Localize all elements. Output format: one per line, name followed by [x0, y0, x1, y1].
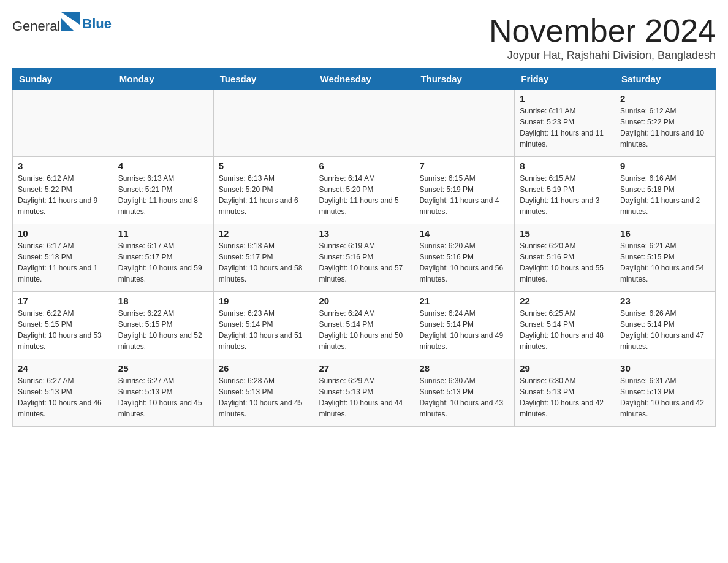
day-number: 4	[118, 161, 208, 171]
day-info: Sunrise: 6:20 AMSunset: 5:16 PMDaylight:…	[520, 242, 604, 283]
calendar-cell: 7 Sunrise: 6:15 AMSunset: 5:19 PMDayligh…	[414, 157, 515, 224]
svg-marker-1	[61, 18, 74, 31]
calendar-header-row: Sunday Monday Tuesday Wednesday Thursday…	[13, 69, 716, 90]
day-number: 21	[419, 296, 509, 306]
day-info: Sunrise: 6:27 AMSunset: 5:13 PMDaylight:…	[118, 377, 202, 418]
calendar-cell: 18 Sunrise: 6:22 AMSunset: 5:15 PMDaylig…	[113, 292, 213, 359]
day-info: Sunrise: 6:30 AMSunset: 5:13 PMDaylight:…	[520, 377, 604, 418]
col-friday: Friday	[515, 69, 615, 90]
day-info: Sunrise: 6:16 AMSunset: 5:18 PMDaylight:…	[620, 174, 700, 216]
location-text: Joypur Hat, Rajshahi Division, Banglades…	[489, 49, 716, 62]
day-number: 28	[419, 363, 509, 373]
calendar-cell: 9 Sunrise: 6:16 AMSunset: 5:18 PMDayligh…	[615, 157, 716, 224]
day-number: 29	[520, 363, 610, 373]
col-saturday: Saturday	[615, 69, 716, 90]
calendar-cell	[213, 90, 314, 157]
calendar-cell: 3 Sunrise: 6:12 AMSunset: 5:22 PMDayligh…	[13, 157, 113, 224]
day-info: Sunrise: 6:18 AMSunset: 5:17 PMDaylight:…	[219, 242, 303, 283]
calendar-cell: 15 Sunrise: 6:20 AMSunset: 5:16 PMDaylig…	[515, 224, 615, 292]
calendar-cell: 8 Sunrise: 6:15 AMSunset: 5:19 PMDayligh…	[515, 157, 615, 224]
calendar-cell: 25 Sunrise: 6:27 AMSunset: 5:13 PMDaylig…	[113, 359, 213, 427]
calendar-cell: 28 Sunrise: 6:30 AMSunset: 5:13 PMDaylig…	[414, 359, 515, 427]
day-info: Sunrise: 6:20 AMSunset: 5:16 PMDaylight:…	[419, 242, 503, 283]
day-number: 13	[319, 228, 409, 239]
logo-text: General	[12, 12, 82, 34]
calendar-table: Sunday Monday Tuesday Wednesday Thursday…	[12, 68, 716, 427]
day-number: 23	[620, 296, 710, 306]
day-info: Sunrise: 6:13 AMSunset: 5:20 PMDaylight:…	[219, 174, 298, 216]
day-number: 22	[520, 296, 610, 306]
calendar-cell	[414, 90, 515, 157]
calendar-cell	[13, 90, 113, 157]
month-title: November 2024	[489, 12, 716, 49]
col-thursday: Thursday	[414, 69, 515, 90]
title-block: November 2024 Joypur Hat, Rajshahi Divis…	[489, 12, 716, 62]
calendar-cell: 4 Sunrise: 6:13 AMSunset: 5:21 PMDayligh…	[113, 157, 213, 224]
calendar-cell: 29 Sunrise: 6:30 AMSunset: 5:13 PMDaylig…	[515, 359, 615, 427]
day-info: Sunrise: 6:24 AMSunset: 5:14 PMDaylight:…	[419, 309, 503, 351]
day-info: Sunrise: 6:12 AMSunset: 5:22 PMDaylight:…	[620, 107, 704, 148]
day-number: 1	[520, 93, 610, 104]
day-info: Sunrise: 6:21 AMSunset: 5:15 PMDaylight:…	[620, 242, 704, 283]
calendar-cell: 19 Sunrise: 6:23 AMSunset: 5:14 PMDaylig…	[213, 292, 314, 359]
day-info: Sunrise: 6:19 AMSunset: 5:16 PMDaylight:…	[319, 242, 403, 283]
calendar-cell: 16 Sunrise: 6:21 AMSunset: 5:15 PMDaylig…	[615, 224, 716, 292]
day-info: Sunrise: 6:25 AMSunset: 5:14 PMDaylight:…	[520, 309, 604, 351]
day-number: 9	[620, 161, 710, 171]
day-number: 3	[18, 161, 108, 171]
day-number: 11	[118, 228, 208, 239]
day-info: Sunrise: 6:13 AMSunset: 5:21 PMDaylight:…	[118, 174, 198, 216]
calendar-cell: 11 Sunrise: 6:17 AMSunset: 5:17 PMDaylig…	[113, 224, 213, 292]
calendar-cell: 14 Sunrise: 6:20 AMSunset: 5:16 PMDaylig…	[414, 224, 515, 292]
calendar-week-row: 10 Sunrise: 6:17 AMSunset: 5:18 PMDaylig…	[13, 224, 716, 292]
day-number: 27	[319, 363, 409, 373]
day-number: 19	[219, 296, 309, 306]
calendar-cell: 12 Sunrise: 6:18 AMSunset: 5:17 PMDaylig…	[213, 224, 314, 292]
calendar-cell: 20 Sunrise: 6:24 AMSunset: 5:14 PMDaylig…	[314, 292, 414, 359]
day-info: Sunrise: 6:29 AMSunset: 5:13 PMDaylight:…	[319, 377, 403, 418]
day-info: Sunrise: 6:31 AMSunset: 5:13 PMDaylight:…	[620, 377, 704, 418]
day-info: Sunrise: 6:30 AMSunset: 5:13 PMDaylight:…	[419, 377, 503, 418]
day-number: 8	[520, 161, 610, 171]
day-number: 7	[419, 161, 509, 171]
day-number: 14	[419, 228, 509, 239]
calendar-cell: 1 Sunrise: 6:11 AMSunset: 5:23 PMDayligh…	[515, 90, 615, 157]
calendar-cell: 2 Sunrise: 6:12 AMSunset: 5:22 PMDayligh…	[615, 90, 716, 157]
col-monday: Monday	[113, 69, 213, 90]
day-info: Sunrise: 6:17 AMSunset: 5:18 PMDaylight:…	[18, 242, 97, 283]
day-number: 6	[319, 161, 409, 171]
day-number: 16	[620, 228, 710, 239]
day-info: Sunrise: 6:22 AMSunset: 5:15 PMDaylight:…	[118, 309, 202, 351]
calendar-week-row: 3 Sunrise: 6:12 AMSunset: 5:22 PMDayligh…	[13, 157, 716, 224]
logo-blue-text: Blue	[82, 16, 112, 31]
col-wednesday: Wednesday	[314, 69, 414, 90]
day-info: Sunrise: 6:15 AMSunset: 5:19 PMDaylight:…	[520, 174, 599, 216]
day-info: Sunrise: 6:11 AMSunset: 5:23 PMDaylight:…	[520, 107, 604, 148]
calendar-cell: 10 Sunrise: 6:17 AMSunset: 5:18 PMDaylig…	[13, 224, 113, 292]
calendar-week-row: 1 Sunrise: 6:11 AMSunset: 5:23 PMDayligh…	[13, 90, 716, 157]
calendar-cell: 30 Sunrise: 6:31 AMSunset: 5:13 PMDaylig…	[615, 359, 716, 427]
calendar-week-row: 17 Sunrise: 6:22 AMSunset: 5:15 PMDaylig…	[13, 292, 716, 359]
calendar-cell: 5 Sunrise: 6:13 AMSunset: 5:20 PMDayligh…	[213, 157, 314, 224]
day-number: 15	[520, 228, 610, 239]
day-info: Sunrise: 6:22 AMSunset: 5:15 PMDaylight:…	[18, 309, 102, 351]
day-number: 24	[18, 363, 108, 373]
calendar-cell: 26 Sunrise: 6:28 AMSunset: 5:13 PMDaylig…	[213, 359, 314, 427]
day-number: 30	[620, 363, 710, 373]
day-info: Sunrise: 6:24 AMSunset: 5:14 PMDaylight:…	[319, 309, 403, 351]
day-info: Sunrise: 6:15 AMSunset: 5:19 PMDaylight:…	[419, 174, 499, 216]
calendar-cell: 13 Sunrise: 6:19 AMSunset: 5:16 PMDaylig…	[314, 224, 414, 292]
day-number: 12	[219, 228, 309, 239]
calendar-cell: 23 Sunrise: 6:26 AMSunset: 5:14 PMDaylig…	[615, 292, 716, 359]
day-number: 17	[18, 296, 108, 306]
day-number: 20	[319, 296, 409, 306]
day-info: Sunrise: 6:28 AMSunset: 5:13 PMDaylight:…	[219, 377, 303, 418]
day-info: Sunrise: 6:17 AMSunset: 5:17 PMDaylight:…	[118, 242, 202, 283]
day-info: Sunrise: 6:12 AMSunset: 5:22 PMDaylight:…	[18, 174, 97, 216]
day-number: 25	[118, 363, 208, 373]
calendar-cell: 27 Sunrise: 6:29 AMSunset: 5:13 PMDaylig…	[314, 359, 414, 427]
day-info: Sunrise: 6:26 AMSunset: 5:14 PMDaylight:…	[620, 309, 704, 351]
day-number: 10	[18, 228, 108, 239]
calendar-cell: 24 Sunrise: 6:27 AMSunset: 5:13 PMDaylig…	[13, 359, 113, 427]
calendar-cell	[113, 90, 213, 157]
